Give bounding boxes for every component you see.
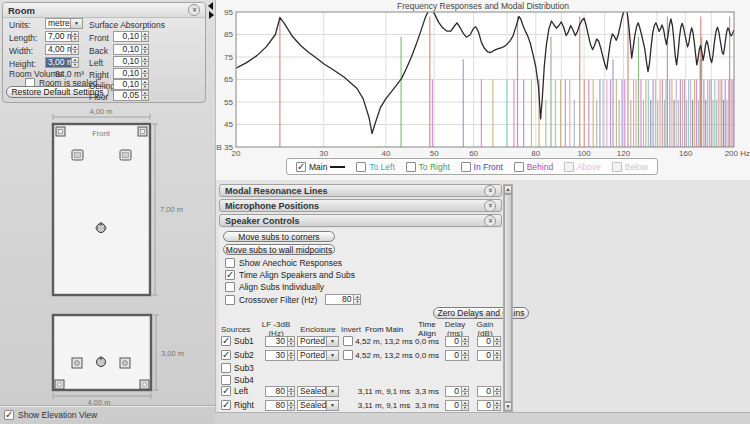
right-gain-spinner[interactable]: 0▲▼ xyxy=(477,400,501,411)
zero-delays-gains-button[interactable]: Zero Delays and Gains xyxy=(433,307,529,319)
left-delay-spinner[interactable]: 0▲▼ xyxy=(445,386,469,397)
legend-item-main[interactable]: Main xyxy=(296,162,345,172)
right-enclosure-select[interactable]: Sealed▼ xyxy=(297,400,339,411)
left-lf-spinner[interactable]: 80▲▼ xyxy=(265,386,295,397)
dropdown-arrow-icon[interactable]: ▼ xyxy=(326,351,338,360)
absorption-right-spinner[interactable]: 0,10▲▼ xyxy=(113,68,149,79)
elevation-listener-icon[interactable] xyxy=(97,357,106,367)
show-elevation-checkbox[interactable] xyxy=(4,410,14,420)
spinner-buttons[interactable]: ▲▼ xyxy=(493,386,501,397)
spinner-buttons[interactable]: ▲▼ xyxy=(71,57,79,68)
align-subs-checkbox[interactable] xyxy=(225,282,235,292)
move-subs-midpoints-button[interactable]: Move subs to wall midpoints xyxy=(223,244,335,255)
left-enable-checkbox[interactable] xyxy=(221,386,231,396)
dropdown-arrow-icon[interactable]: ▼ xyxy=(326,337,338,346)
sub4-enable-checkbox[interactable] xyxy=(221,375,231,385)
absorption-floor-spinner[interactable]: 0,05▲▼ xyxy=(113,90,149,101)
legend-item-to-right[interactable]: To Right xyxy=(406,162,450,172)
length-spinner[interactable]: 7,00 m▲▼ xyxy=(45,31,79,42)
sub1-delay-spinner[interactable]: 0▲▼ xyxy=(445,336,469,347)
time-align-checkbox[interactable] xyxy=(225,270,235,280)
spinner-buttons[interactable]: ▲▼ xyxy=(141,79,149,90)
legend-to-left-checkbox[interactable] xyxy=(356,162,366,172)
spinner-buttons[interactable]: ▲▼ xyxy=(461,336,469,347)
right-enable-checkbox[interactable] xyxy=(221,400,231,410)
vertical-scrollbar[interactable]: ▲ ▼ xyxy=(503,184,513,412)
legend-in-front-checkbox[interactable] xyxy=(461,162,471,172)
absorption-back-spinner[interactable]: 0,10▲▼ xyxy=(113,44,149,55)
collapse-right-icon[interactable] xyxy=(209,11,214,19)
frequency-response-plot[interactable]: 958575655545dB 3520304050608010012016020… xyxy=(216,0,750,158)
dropdown-arrow-icon[interactable]: ▼ xyxy=(326,401,338,410)
sub3-enable-checkbox[interactable] xyxy=(221,363,231,373)
spinner-buttons[interactable]: ▲▼ xyxy=(141,68,149,79)
move-subs-corners-button[interactable]: Move subs to corners xyxy=(223,231,335,242)
accordion-speaker-controls[interactable]: Speaker Controls « xyxy=(219,214,502,227)
sub1-lf-spinner[interactable]: 30▲▼ xyxy=(265,336,295,347)
elevation-left-speaker-icon[interactable] xyxy=(72,358,82,368)
width-spinner[interactable]: 4,00 m▲▼ xyxy=(45,44,79,55)
height-spinner[interactable]: 3,00 m▲▼ xyxy=(45,57,79,68)
legend-behind-checkbox[interactable] xyxy=(514,162,524,172)
spinner-buttons[interactable]: ▲▼ xyxy=(493,400,501,411)
left-enclosure-select[interactable]: Sealed▼ xyxy=(297,386,339,397)
plan-sub1-icon[interactable] xyxy=(56,127,65,136)
absorption-front-spinner[interactable]: 0,10▲▼ xyxy=(113,31,149,42)
collapse-panel-icon[interactable]: « xyxy=(188,4,200,16)
sub2-enclosure-select[interactable]: Ported▼ xyxy=(297,350,339,361)
sub1-enclosure-select[interactable]: Ported▼ xyxy=(297,336,339,347)
legend-to-right-checkbox[interactable] xyxy=(406,162,416,172)
legend-item-to-left[interactable]: To Left xyxy=(356,162,395,172)
left-gain-spinner[interactable]: 0▲▼ xyxy=(477,386,501,397)
accordion-modal-resonance-lines[interactable]: Modal Resonance Lines » xyxy=(219,184,502,197)
spinner-buttons[interactable]: ▲▼ xyxy=(287,386,295,397)
sub2-enable-checkbox[interactable] xyxy=(221,350,231,360)
sub1-gain-spinner[interactable]: 0▲▼ xyxy=(477,336,501,347)
collapse-left-icon[interactable] xyxy=(208,2,213,10)
spinner-buttons[interactable]: ▲▼ xyxy=(461,350,469,361)
elevation-sub2-icon[interactable] xyxy=(140,380,149,389)
right-lf-spinner[interactable]: 80▲▼ xyxy=(265,400,295,411)
legend-main-checkbox[interactable] xyxy=(296,162,306,172)
sub2-gain-spinner[interactable]: 0▲▼ xyxy=(477,350,501,361)
plan-sub2-icon[interactable] xyxy=(138,127,147,136)
expand-icon[interactable]: » xyxy=(484,200,496,212)
plan-left-speaker-icon[interactable] xyxy=(72,150,83,160)
spinner-buttons[interactable]: ▲▼ xyxy=(141,44,149,55)
dropdown-arrow-icon[interactable]: ▼ xyxy=(70,19,82,28)
spinner-buttons[interactable]: ▲▼ xyxy=(461,400,469,411)
spinner-buttons[interactable]: ▲▼ xyxy=(287,336,295,347)
spinner-buttons[interactable]: ▲▼ xyxy=(141,90,149,101)
crossover-spinner[interactable]: 80▲▼ xyxy=(325,294,361,305)
sub1-enable-checkbox[interactable] xyxy=(221,336,231,346)
room-panel-header[interactable]: Room « xyxy=(3,3,205,18)
scroll-down-icon[interactable]: ▼ xyxy=(504,402,512,411)
absorption-ceiling-spinner[interactable]: 0,10▲▼ xyxy=(113,79,149,90)
elevation-right-speaker-icon[interactable] xyxy=(120,358,130,368)
spinner-buttons[interactable]: ▲▼ xyxy=(287,400,295,411)
spinner-buttons[interactable]: ▲▼ xyxy=(141,31,149,42)
spinner-buttons[interactable]: ▲▼ xyxy=(71,44,79,55)
show-anechoic-checkbox[interactable] xyxy=(225,258,235,268)
expand-icon[interactable]: » xyxy=(484,185,496,197)
sub2-lf-spinner[interactable]: 30▲▼ xyxy=(265,350,295,361)
absorption-left-spinner[interactable]: 0,10▲▼ xyxy=(113,56,149,67)
spinner-buttons[interactable]: ▲▼ xyxy=(141,56,149,67)
units-select[interactable]: metres▼ xyxy=(45,18,83,29)
accordion-microphone-positions[interactable]: Microphone Positions » xyxy=(219,199,502,212)
sub2-delay-spinner[interactable]: 0▲▼ xyxy=(445,350,469,361)
collapse-icon[interactable]: « xyxy=(484,215,496,227)
crossover-checkbox[interactable] xyxy=(225,295,235,305)
right-delay-spinner[interactable]: 0▲▼ xyxy=(445,400,469,411)
dropdown-arrow-icon[interactable]: ▼ xyxy=(326,387,338,396)
legend-item-behind[interactable]: Behind xyxy=(514,162,553,172)
elevation-sub1-icon[interactable] xyxy=(55,380,64,389)
pane-splitter[interactable] xyxy=(207,0,215,424)
spinner-buttons[interactable]: ▲▼ xyxy=(493,350,501,361)
spinner-buttons[interactable]: ▲▼ xyxy=(353,294,361,305)
sub1-invert-checkbox[interactable] xyxy=(343,336,353,346)
plan-right-speaker-icon[interactable] xyxy=(120,150,131,160)
spinner-buttons[interactable]: ▲▼ xyxy=(493,336,501,347)
spinner-buttons[interactable]: ▲▼ xyxy=(287,350,295,361)
sub2-invert-checkbox[interactable] xyxy=(343,350,353,360)
